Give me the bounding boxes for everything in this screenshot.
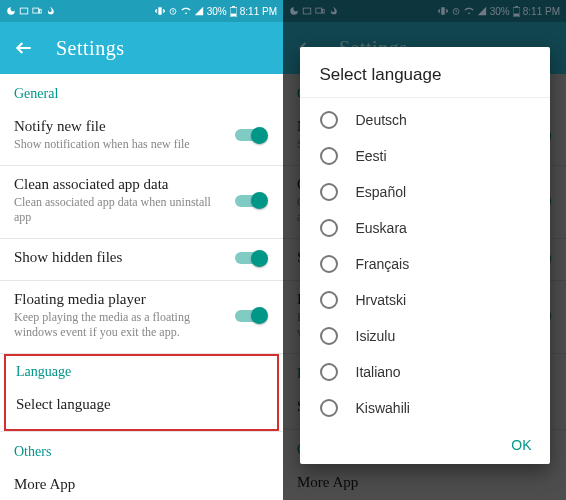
radio-icon [320, 399, 338, 417]
window-icon [19, 6, 29, 16]
radio-icon [320, 255, 338, 273]
fire-icon [45, 6, 55, 16]
setting-hidden[interactable]: Show hidden files [0, 239, 283, 281]
ok-button[interactable]: OK [511, 437, 531, 453]
radio-label: Isizulu [356, 328, 396, 344]
language-option-francais[interactable]: Français [300, 246, 550, 282]
radio-label: Español [356, 184, 407, 200]
language-option-kiswahili[interactable]: Kiswahili [300, 390, 550, 426]
setting-select-language[interactable]: Select language [6, 386, 277, 427]
item-title: Show hidden files [14, 249, 225, 266]
item-title: Floating media player [14, 291, 225, 308]
radio-label: Hrvatski [356, 292, 407, 308]
language-option-italiano[interactable]: Italiano [300, 354, 550, 390]
language-option-eesti[interactable]: Eesti [300, 138, 550, 174]
language-options-list[interactable]: Deutsch Eesti Español Euskara Français H… [300, 98, 550, 426]
clock-text: 8:11 PM [240, 6, 277, 17]
item-subtitle: Clean associated app data when uninstall… [14, 195, 225, 226]
toggle-hidden[interactable] [235, 249, 269, 267]
section-others: Others [0, 432, 283, 466]
svg-rect-1 [33, 8, 39, 13]
toggle-clean[interactable] [235, 192, 269, 210]
item-title: Notify new file [14, 118, 225, 135]
item-title: Clean associated app data [14, 176, 225, 193]
item-title: Select language [16, 396, 263, 413]
setting-notify[interactable]: Notify new file Show notification when h… [0, 108, 283, 166]
setting-clean[interactable]: Clean associated app data Clean associat… [0, 166, 283, 239]
radio-icon [320, 219, 338, 237]
setting-more-app[interactable]: More App [0, 466, 283, 500]
radio-label: Deutsch [356, 112, 407, 128]
radio-icon [320, 183, 338, 201]
radio-icon [320, 327, 338, 345]
language-option-hrvatski[interactable]: Hrvatski [300, 282, 550, 318]
battery-text: 30% [207, 6, 227, 17]
settings-list: General Notify new file Show notificatio… [0, 74, 283, 500]
back-icon[interactable] [14, 38, 34, 58]
language-option-isizulu[interactable]: Isizulu [300, 318, 550, 354]
language-option-deutsch[interactable]: Deutsch [300, 102, 550, 138]
status-bar: 30% 8:11 PM [0, 0, 283, 22]
devices-icon [32, 6, 42, 16]
language-option-euskara[interactable]: Euskara [300, 210, 550, 246]
item-subtitle: Show notification when has new file [14, 137, 225, 153]
radio-label: Eesti [356, 148, 387, 164]
dialog-title: Select language [300, 47, 550, 98]
settings-screen-right: 30% 8:11 PM Settings General Notify new … [283, 0, 566, 500]
item-title: More App [14, 476, 269, 493]
setting-float[interactable]: Floating media player Keep playing the m… [0, 281, 283, 354]
radio-icon [320, 291, 338, 309]
language-option-espanol[interactable]: Español [300, 174, 550, 210]
dialog-backdrop[interactable]: Select language Deutsch Eesti Español Eu… [283, 0, 566, 500]
section-language: Language [6, 358, 277, 386]
app-bar: Settings [0, 22, 283, 74]
item-subtitle: Keep playing the media as a floating win… [14, 310, 225, 341]
svg-rect-6 [231, 13, 237, 16]
page-title: Settings [56, 37, 124, 60]
toggle-float[interactable] [235, 307, 269, 325]
radio-icon [320, 363, 338, 381]
moon-icon [6, 6, 16, 16]
radio-label: Italiano [356, 364, 401, 380]
highlight-box: Language Select language [4, 354, 279, 431]
radio-label: Kiswahili [356, 400, 410, 416]
settings-screen-left: 30% 8:11 PM Settings General Notify new … [0, 0, 283, 500]
radio-label: Français [356, 256, 410, 272]
signal-icon [194, 6, 204, 16]
svg-rect-5 [232, 6, 235, 7]
svg-rect-0 [20, 8, 28, 14]
radio-icon [320, 147, 338, 165]
radio-label: Euskara [356, 220, 407, 236]
section-general: General [0, 74, 283, 108]
battery-icon [230, 6, 237, 17]
toggle-notify[interactable] [235, 126, 269, 144]
wifi-icon [181, 6, 191, 16]
select-language-dialog: Select language Deutsch Eesti Español Eu… [300, 47, 550, 464]
alarm-icon [168, 6, 178, 16]
radio-icon [320, 111, 338, 129]
svg-rect-2 [40, 9, 42, 13]
vibrate-icon [155, 6, 165, 16]
